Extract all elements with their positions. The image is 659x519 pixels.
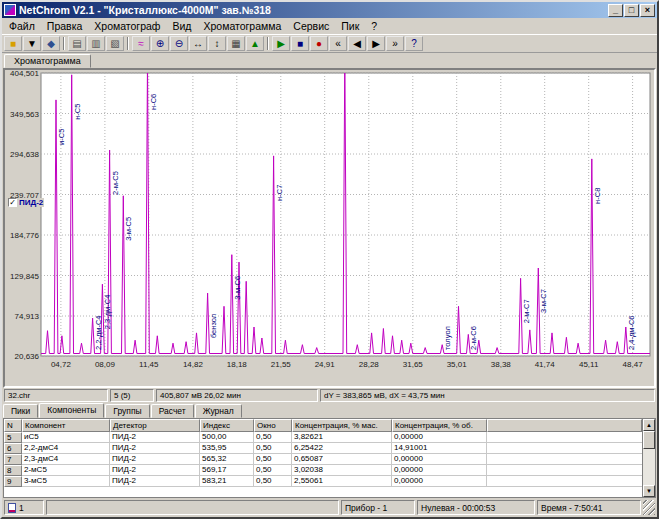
toolbar-separator [63, 37, 65, 50]
page-icon [8, 503, 16, 513]
menu-peak[interactable]: Пик [335, 19, 365, 33]
tab-journal[interactable]: Журнал [195, 404, 242, 418]
peak-label: 2,4-дм-С6 [627, 315, 636, 350]
peak-label: н-С8 [593, 188, 602, 204]
scroll-track[interactable] [643, 431, 655, 485]
y-axis-tick-label: 20,636 [15, 352, 40, 361]
zoom-in-icon[interactable]: ⊕ [151, 36, 169, 51]
first-peak-icon[interactable]: « [329, 36, 347, 51]
statusbar-zero-time: Нулевая - 00:00:53 [417, 500, 535, 515]
tab-chromatogram[interactable]: Хроматограмма [4, 54, 91, 68]
tab-calculation[interactable]: Расчет [151, 404, 194, 418]
paste-icon[interactable]: ▧ [106, 36, 124, 51]
column-header-6[interactable]: Концентрация, % об. [392, 419, 487, 432]
peak-label: н-С7 [275, 185, 284, 201]
next-peak-icon[interactable]: ▶ [367, 36, 385, 51]
peak-label: 3-м-С5 [124, 217, 133, 241]
column-header-1[interactable]: Компонент [22, 419, 110, 432]
scroll-thumb[interactable] [643, 431, 655, 449]
column-header-3[interactable]: Индекс [200, 419, 254, 432]
last-peak-icon[interactable]: » [386, 36, 404, 51]
new-chromatogram-icon[interactable]: ≈ [132, 36, 150, 51]
scroll-down-icon[interactable]: ▼ [643, 485, 655, 497]
table-header-row: NКомпонентДетекторИндексОкноКонцентрация… [4, 419, 642, 432]
x-axis-tick-label: 08,09 [95, 360, 116, 369]
peak-label: н-С5 [73, 104, 82, 120]
scroll-up-icon[interactable]: ▲ [643, 419, 655, 431]
statusbar-device: Прибор - 1 [341, 500, 415, 515]
open-file-icon[interactable]: ■ [4, 36, 22, 51]
column-header-2[interactable]: Детектор [110, 419, 200, 432]
help-icon[interactable]: ? [405, 36, 423, 51]
tab-components[interactable]: Компоненты [39, 403, 104, 418]
fit-width-icon[interactable]: ↔ [189, 36, 207, 51]
column-header-4[interactable]: Окно [254, 419, 292, 432]
cell-filler [487, 476, 642, 487]
cell: 583,21 [200, 476, 254, 487]
cell: 0,00000 [392, 476, 487, 487]
maximize-button[interactable]: □ [624, 4, 639, 17]
cell: 569,17 [200, 465, 254, 476]
stop-analysis-icon[interactable]: ■ [291, 36, 309, 51]
column-header-0[interactable]: N [4, 419, 22, 432]
column-header-filler [487, 419, 642, 432]
peak-label: толуол [443, 326, 452, 350]
statusbar-clock: Время - 7:50:41 [537, 500, 641, 515]
grid-icon[interactable]: ▦ [227, 36, 245, 51]
minimize-button[interactable]: _ [608, 4, 623, 17]
menu-view[interactable]: Вид [167, 19, 198, 33]
tab-peaks[interactable]: Пики [3, 404, 38, 418]
table-row[interactable]: 72,3-дмС4ПИД-2565,320,500,650870,00000 [4, 454, 642, 465]
peak-label: бензол [209, 314, 218, 338]
table-row[interactable]: 93-мС5ПИД-2583,210,502,550610,00000 [4, 476, 642, 487]
cell: 500,00 [200, 432, 254, 443]
menu-edit[interactable]: Правка [41, 19, 88, 33]
zoom-out-icon[interactable]: ⊖ [170, 36, 188, 51]
y-axis-tick-label: 349,563 [10, 110, 39, 119]
y-axis-tick-label: 294,638 [10, 150, 39, 159]
menu-file[interactable]: Файл [3, 19, 41, 33]
peak-label: 3-м-С6 [233, 276, 242, 300]
print-icon[interactable]: ▤ [68, 36, 86, 51]
table-row[interactable]: 5иС5ПИД-2500,000,503,826210,00000 [4, 432, 642, 443]
x-axis-tick-label: 18,18 [227, 360, 248, 369]
chart-status-strip: 32.chr 5 (5) 405,807 мВ 26,02 мин dY = 3… [2, 388, 657, 403]
record-icon[interactable]: ● [310, 36, 328, 51]
chromatogram-panel: 04,7208,0911,4514,8218,1821,5524,9128,28… [3, 68, 656, 388]
cell-filler [487, 443, 642, 454]
x-axis-tick-label: 35,01 [447, 360, 468, 369]
tab-groups[interactable]: Группы [105, 404, 149, 418]
menu-chromatogram[interactable]: Хроматограмма [198, 19, 288, 33]
chromatogram-chart[interactable]: 04,7208,0911,4514,8218,1821,5524,9128,28… [5, 70, 654, 388]
detector-label: ПИД-2 [19, 198, 43, 207]
x-axis-tick-label: 45,11 [579, 360, 599, 369]
detector-checkbox[interactable]: ✓ [8, 198, 17, 207]
column-header-5[interactable]: Концентрация, % мас. [292, 419, 392, 432]
prev-peak-icon[interactable]: ◀ [348, 36, 366, 51]
fit-height-icon[interactable]: ↕ [208, 36, 226, 51]
save-icon[interactable]: ◆ [42, 36, 60, 51]
table-row[interactable]: 82-мС5ПИД-2569,170,503,020380,00000 [4, 465, 642, 476]
app-window: NetChrom V2.1 - "Кристаллюкс-4000М" зав.… [0, 0, 659, 519]
cell-filler [487, 454, 642, 465]
cell: 0,50 [254, 443, 292, 454]
close-button[interactable]: × [640, 4, 655, 17]
copy-icon[interactable]: ▥ [87, 36, 105, 51]
menu-service[interactable]: Сервис [287, 19, 335, 33]
cell: 2,2-дмС4 [22, 443, 110, 454]
menu-chromatograph[interactable]: Хроматограф [88, 19, 166, 33]
start-analysis-icon[interactable]: ▶ [272, 36, 290, 51]
resize-grip[interactable] [643, 500, 655, 515]
open-dropdown-icon[interactable]: ▼ [23, 36, 41, 51]
cell: ПИД-2 [110, 476, 200, 487]
menu-help[interactable]: ? [365, 19, 383, 33]
cell: 0,50 [254, 454, 292, 465]
status-delta: dY = 383,865 мВ, dX = 43,75 мин [320, 389, 655, 402]
cell: 2-мС5 [22, 465, 110, 476]
cell: 2,55061 [292, 476, 392, 487]
table-scrollbar[interactable]: ▲ ▼ [642, 419, 655, 497]
markers-icon[interactable]: ▲ [246, 36, 264, 51]
table-row[interactable]: 62,2-дмС4ПИД-2535,950,506,2542214,91001 [4, 443, 642, 454]
toolbar-separator [127, 37, 129, 50]
cell: 535,95 [200, 443, 254, 454]
